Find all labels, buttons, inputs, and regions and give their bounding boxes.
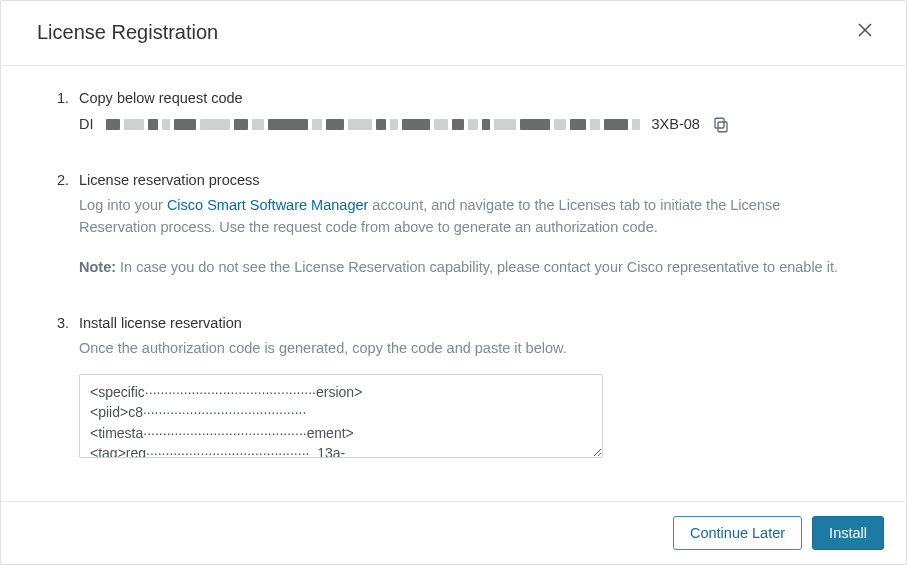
step-2-note: Note: In case you do not see the License… [79, 257, 850, 279]
step-2-desc-before: Log into your [79, 197, 167, 213]
step-2-number: 2. [57, 170, 79, 279]
step-2-title: License reservation process [79, 170, 850, 192]
step-1-title: Copy below request code [79, 88, 850, 110]
step-2-content: License reservation process Log into you… [79, 170, 850, 279]
modal-title: License Registration [37, 21, 218, 44]
svg-rect-3 [715, 118, 724, 128]
note-label: Note: [79, 259, 116, 275]
step-3-description: Once the authorization code is generated… [79, 338, 850, 360]
step-1: 1. Copy below request code DI 3XB-08 [57, 88, 850, 136]
authorization-code-textarea[interactable] [79, 374, 603, 458]
step-3-number: 3. [57, 313, 79, 465]
step-3: 3. Install license reservation Once the … [57, 313, 850, 465]
step-2-description: Log into your Cisco Smart Software Manag… [79, 195, 850, 239]
step-1-number: 1. [57, 88, 79, 136]
license-registration-modal: License Registration 1. Copy below reque… [0, 0, 907, 565]
modal-body: 1. Copy below request code DI 3XB-08 [1, 66, 906, 501]
copy-icon[interactable] [712, 116, 730, 134]
step-3-content: Install license reservation Once the aut… [79, 313, 850, 465]
modal-footer: Continue Later Install [1, 501, 906, 564]
svg-rect-2 [718, 122, 727, 132]
request-code-redacted [106, 119, 640, 130]
request-code-prefix: DI [79, 114, 94, 136]
close-button[interactable] [852, 17, 878, 47]
note-text: In case you do not see the License Reser… [116, 259, 838, 275]
step-2: 2. License reservation process Log into … [57, 170, 850, 279]
request-code-row: DI 3XB-08 [79, 114, 850, 136]
close-icon [856, 21, 874, 39]
cisco-smart-software-manager-link[interactable]: Cisco Smart Software Manager [167, 197, 368, 213]
install-button[interactable]: Install [812, 516, 884, 550]
step-1-content: Copy below request code DI 3XB-08 [79, 88, 850, 136]
request-code-suffix: 3XB-08 [652, 114, 700, 136]
step-3-title: Install license reservation [79, 313, 850, 335]
modal-header: License Registration [1, 1, 906, 66]
continue-later-button[interactable]: Continue Later [673, 516, 802, 550]
